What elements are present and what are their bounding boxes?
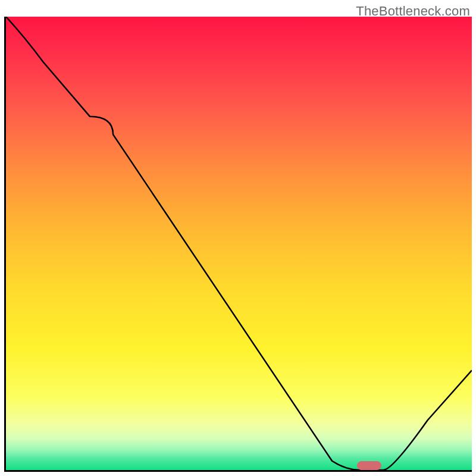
bottleneck-curve (6, 17, 472, 470)
chart-container: TheBottleneck.com (0, 0, 476, 476)
optimal-point-marker (357, 461, 381, 470)
watermark-text: TheBottleneck.com (356, 4, 470, 19)
plot-frame (4, 17, 472, 472)
